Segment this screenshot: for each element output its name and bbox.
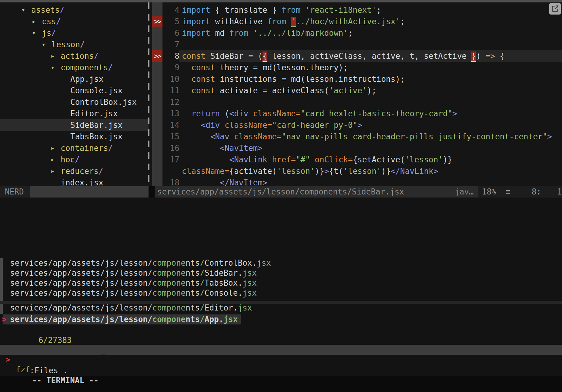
code-token: '../../lib/markdown'	[253, 28, 348, 38]
code-token: instructions	[220, 75, 282, 84]
code-line-6[interactable]: 6import md from '../../lib/markdown';	[0, 27, 562, 39]
code-token: <div	[201, 121, 225, 130]
code-token: 'react-i18next'	[305, 5, 376, 15]
fzf-matched-text: jsx	[223, 315, 238, 324]
code-token: >	[452, 109, 457, 118]
statusline-nerd-label: NERD	[5, 187, 24, 196]
fzf-path-text: nts	[186, 268, 200, 277]
window-top-strip	[0, 0, 562, 2]
fzf-result[interactable]: services/app/assets/js/lesson/components…	[0, 278, 562, 288]
code-token: =	[348, 155, 353, 164]
redraw-artifact-band	[0, 301, 562, 304]
code-token: =	[291, 155, 296, 164]
code-token: className	[234, 132, 277, 141]
code-line-10[interactable]: 10 const instructions = md(lesson.instru…	[0, 73, 562, 85]
code-token: const	[191, 86, 220, 95]
code-token: ;	[400, 17, 405, 26]
fzf-matched-text: compone	[152, 268, 186, 277]
code-line-wrap[interactable]: className={activate('lesson')}>{t('lesso…	[0, 165, 562, 177]
code-line-7[interactable]: 7	[0, 39, 562, 50]
vim-command-line[interactable]: :Files .	[0, 356, 562, 366]
code-line-11[interactable]: 11 const activate = activeClass('active'…	[0, 85, 562, 96]
fzf-result-path: services/app/assets/js/lesson/components…	[10, 303, 252, 312]
code-line-8[interactable]: 8const SideBar = ({ lesson, activeClass,…	[0, 50, 562, 62]
code-token: (	[225, 109, 229, 118]
statusline-filetype: jav…	[455, 186, 474, 198]
screen-capture-icon[interactable]	[549, 3, 561, 15]
fzf-path-text: services/app/assets/js/lesson/	[10, 288, 152, 297]
code-token: const	[191, 75, 220, 84]
code-token: );	[367, 86, 376, 95]
fzf-result-selected[interactable]: >services/app/assets/js/lesson/component…	[0, 314, 562, 324]
code-token: =	[263, 86, 272, 95]
code-token: md	[215, 28, 229, 38]
fzf-matched-text: /	[200, 278, 205, 287]
fzf-matched-text: /	[200, 288, 205, 297]
terminal-pane[interactable]: services/app/assets/js/lesson/components…	[0, 198, 562, 376]
code-line-text: <NavLink href="#" onClick={setActive('le…	[182, 154, 452, 165]
terminal-statusline: > fzf	[0, 345, 562, 355]
code-token: import	[182, 28, 215, 38]
code-token	[182, 144, 220, 153]
code-token: className	[182, 167, 225, 176]
code-line-5[interactable]: 5import withActive from '../hoc/withActi…	[0, 16, 562, 27]
code-token: return	[191, 109, 225, 118]
code-token: href	[272, 155, 291, 164]
code-token: <NavItem>	[220, 144, 263, 153]
code-token: md(lesson.theory);	[263, 63, 348, 72]
code-line-15[interactable]: 15 <Nav className="nav nav-pills card-he…	[0, 131, 562, 142]
code-token: className	[253, 109, 296, 118]
fzf-result[interactable]: services/app/assets/js/lesson/components…	[0, 258, 562, 268]
code-token: >	[547, 132, 552, 141]
code-token: </NavItem>	[220, 178, 267, 187]
code-line-12[interactable]: 12	[0, 96, 562, 108]
code-line-text: import md from '../../lib/markdown';	[182, 27, 353, 39]
code-buffer[interactable]: 4import { translate } from 'react-i18nex…	[0, 2, 562, 186]
code-line-16[interactable]: 16 <NavItem>	[0, 142, 562, 154]
code-token: {	[263, 51, 267, 62]
code-line-4[interactable]: 4import { translate } from 'react-i18nex…	[0, 4, 562, 16]
fzf-matched-text: jsx	[243, 278, 257, 287]
fzf-matched-text: compone	[152, 288, 186, 297]
code-token: =>	[486, 51, 500, 61]
code-line-text: const theory = md(lesson.theory);	[182, 62, 348, 73]
line-number: 15	[152, 131, 179, 142]
line-number: 7	[152, 39, 179, 50]
code-token: { translate }	[215, 5, 282, 15]
fzf-matched-text: jsx	[238, 303, 252, 312]
fzf-result-path: services/app/assets/js/lesson/components…	[3, 314, 241, 324]
code-line-9[interactable]: 9 const theory = md(lesson.theory);	[0, 62, 562, 73]
fzf-path-text: nts	[186, 258, 200, 267]
code-line-14[interactable]: 14 <div className="card-header py-0">	[0, 119, 562, 131]
code-token	[182, 63, 191, 72]
code-token: from	[267, 17, 291, 26]
code-token: lesson, activeClass, active, t, setActiv…	[267, 51, 471, 61]
code-line-text: import { translate } from 'react-i18next…	[182, 4, 381, 16]
statusline-position-segment: 18% ≡ 8: 1	[478, 186, 562, 198]
fzf-path-text: Editor.	[205, 303, 238, 312]
fzf-result-path: services/app/assets/js/lesson/components…	[10, 278, 257, 287]
line-number: 8	[152, 50, 179, 62]
line-number: 17	[152, 154, 179, 165]
fzf-path-text: nts	[186, 315, 200, 324]
fzf-path-text: services/app/assets/js/lesson/	[10, 268, 152, 277]
fzf-path-text: nts	[186, 303, 200, 312]
fzf-query-line[interactable]: ./compone/.jsx	[0, 335, 562, 345]
fzf-result[interactable]: services/app/assets/js/lesson/components…	[0, 303, 562, 313]
code-token: {setActive(	[353, 155, 405, 164]
code-token: =	[225, 167, 229, 176]
fzf-result[interactable]: services/app/assets/js/lesson/components…	[0, 288, 562, 298]
code-token: from	[229, 28, 253, 38]
statusline-filepath: services/app/assets/js/lesson/components…	[157, 186, 404, 198]
code-line-text: className={activate('lesson')}>{t('lesso…	[182, 165, 438, 177]
code-line-13[interactable]: 13 return (<div className="card hexlet-b…	[0, 108, 562, 119]
fzf-result[interactable]: services/app/assets/js/lesson/components…	[0, 268, 562, 278]
code-token	[182, 178, 220, 187]
statusline-col-number: 1	[557, 186, 562, 198]
code-token: >	[324, 167, 329, 176]
code-token: =	[248, 51, 258, 61]
code-token: ;	[348, 28, 353, 38]
line-number: 5	[152, 16, 179, 27]
code-token: )	[476, 51, 486, 61]
code-line-17[interactable]: 17 <NavLink href="#" onClick={setActive(…	[0, 154, 562, 165]
